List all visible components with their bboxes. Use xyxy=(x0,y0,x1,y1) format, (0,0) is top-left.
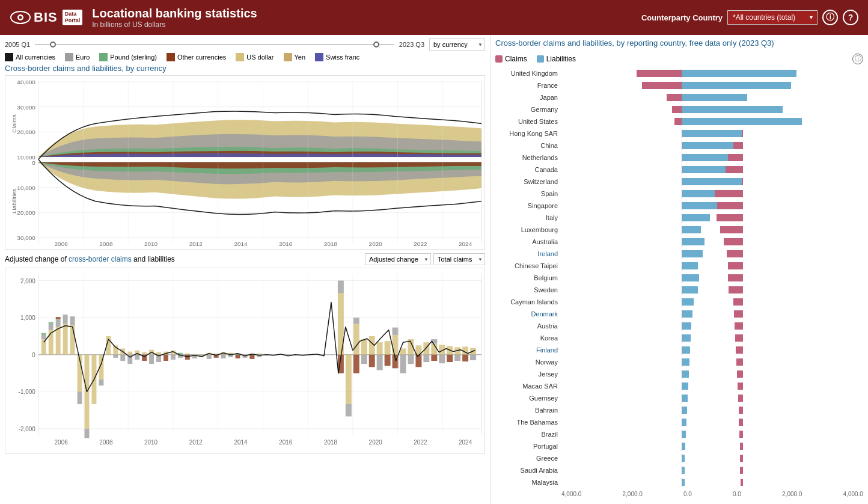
svg-rect-77 xyxy=(135,355,139,360)
svg-rect-144 xyxy=(447,355,453,362)
end-time-label: 2023 Q3 xyxy=(399,41,424,48)
svg-rect-71 xyxy=(113,355,118,358)
svg-rect-116 xyxy=(353,324,359,354)
svg-text:20,000: 20,000 xyxy=(17,129,35,135)
country-name[interactable]: Ireland xyxy=(495,250,561,257)
country-bars xyxy=(561,262,863,271)
liabilities-bar xyxy=(682,118,802,125)
view-mode-select-wrapper[interactable]: by currency by nationality by residence xyxy=(429,38,485,51)
country-bars xyxy=(561,177,863,186)
claims-bar xyxy=(737,370,743,378)
country-row: Luxembourg xyxy=(495,224,863,236)
claims-bar xyxy=(741,479,743,486)
svg-rect-58 xyxy=(63,324,68,354)
country-name: Cayman Islands xyxy=(495,298,561,306)
claims-bar xyxy=(740,467,743,474)
info-icon[interactable]: ⓘ xyxy=(822,10,838,25)
liabilities-bar xyxy=(682,82,791,89)
chart2-title-text: Adjusted change of cross-border claims a… xyxy=(5,255,175,263)
svg-text:2016: 2016 xyxy=(279,438,293,445)
country-row: Spain xyxy=(495,188,863,200)
country-row: Sweden xyxy=(495,284,863,296)
liabilities-bar xyxy=(682,346,690,354)
adjusted-change-select[interactable]: Adjusted change xyxy=(365,253,431,265)
country-name: Belgium xyxy=(495,274,561,281)
country-bars xyxy=(561,226,863,235)
legend-item-chf: Swiss franc xyxy=(315,53,359,61)
adjusted-change-wrapper[interactable]: Adjusted change xyxy=(365,253,431,265)
claims-bar xyxy=(739,407,743,414)
liabilities-bar xyxy=(682,130,742,137)
country-name: France xyxy=(495,82,561,89)
svg-rect-117 xyxy=(353,318,359,324)
country-bars xyxy=(561,382,863,391)
total-claims-select[interactable]: Total claims xyxy=(433,253,485,265)
country-name[interactable]: Denmark xyxy=(495,310,561,318)
country-bars xyxy=(561,370,863,379)
chart2-svg: 2,000 1,000 0 -1,000 -2,000 xyxy=(5,268,484,453)
country-bars xyxy=(561,346,863,355)
country-bars xyxy=(561,430,863,439)
country-bars xyxy=(561,93,863,102)
svg-rect-115 xyxy=(346,404,352,417)
left-panel: 2005 Q1 2023 Q3 by currency by nationali… xyxy=(0,35,490,504)
legend-color-all-currencies xyxy=(5,53,13,61)
time-slider[interactable] xyxy=(35,38,394,51)
liabilities-bar xyxy=(682,358,689,366)
country-name: Portugal xyxy=(495,443,561,450)
svg-text:2014: 2014 xyxy=(234,438,248,445)
country-bars xyxy=(561,214,863,223)
svg-text:2012: 2012 xyxy=(189,438,203,445)
country-bars xyxy=(561,334,863,343)
country-bars xyxy=(561,201,863,211)
counterparty-select[interactable]: *All countries (total) xyxy=(727,10,818,25)
country-row: Netherlands xyxy=(495,152,863,164)
slider-handle-left[interactable] xyxy=(50,41,56,48)
liabilities-bar xyxy=(682,166,726,173)
svg-rect-140 xyxy=(431,355,437,361)
counterparty-select-wrapper[interactable]: *All countries (total) xyxy=(727,10,818,25)
chart1-svg: 40,000 30,000 20,000 10,000 0 10,000 20,… xyxy=(5,76,484,249)
claims-bar xyxy=(735,334,743,342)
total-claims-wrapper[interactable]: Total claims xyxy=(433,253,485,265)
legend-label-all-currencies: All currencies xyxy=(16,54,55,61)
country-name: Japan xyxy=(495,94,561,101)
bis-name: BIS xyxy=(34,10,58,25)
country-row: Guernsey xyxy=(495,393,863,404)
svg-rect-124 xyxy=(377,355,383,370)
axis-label-4000-right: 4,000.0 xyxy=(843,491,863,497)
liabilities-bar xyxy=(682,395,688,402)
svg-rect-78 xyxy=(142,352,147,355)
claims-liabilities-legend: Claims Liabilities ⓘ xyxy=(495,54,863,64)
country-row: Hong Kong SAR xyxy=(495,128,863,140)
country-name: Spain xyxy=(495,190,561,197)
country-bars xyxy=(561,141,863,150)
svg-rect-85 xyxy=(164,355,168,361)
view-mode-select[interactable]: by currency by nationality by residence xyxy=(429,38,485,51)
claims-bar xyxy=(733,298,743,306)
claims-bar xyxy=(740,455,743,462)
slider-handle-right[interactable] xyxy=(373,41,379,48)
country-row: United Kingdom xyxy=(495,68,863,79)
claims-bar xyxy=(728,274,743,281)
liabilities-color xyxy=(537,55,544,63)
country-bars xyxy=(561,394,863,403)
svg-text:2024: 2024 xyxy=(459,241,472,247)
country-bars xyxy=(561,105,863,114)
right-panel[interactable]: Cross-border claims and liabilities, by … xyxy=(490,35,868,504)
svg-rect-90 xyxy=(185,354,190,355)
country-name: Korea xyxy=(495,334,561,342)
help-icon[interactable]: ? xyxy=(843,10,858,25)
svg-rect-61 xyxy=(70,316,75,325)
claims-bar xyxy=(738,383,743,390)
axis-label-2000-right: 2,000.0 xyxy=(782,491,802,497)
country-name: Luxembourg xyxy=(495,226,561,233)
svg-rect-100 xyxy=(221,355,226,358)
right-panel-info-icon[interactable]: ⓘ xyxy=(852,54,863,64)
claims-bar xyxy=(724,238,743,245)
country-row: Austria xyxy=(495,321,863,332)
liabilities-bar xyxy=(682,154,728,161)
chart2-controls: Adjusted change of cross-border claims a… xyxy=(5,253,485,265)
country-name[interactable]: Finland xyxy=(495,346,561,354)
claims-label: Claims xyxy=(505,55,527,63)
